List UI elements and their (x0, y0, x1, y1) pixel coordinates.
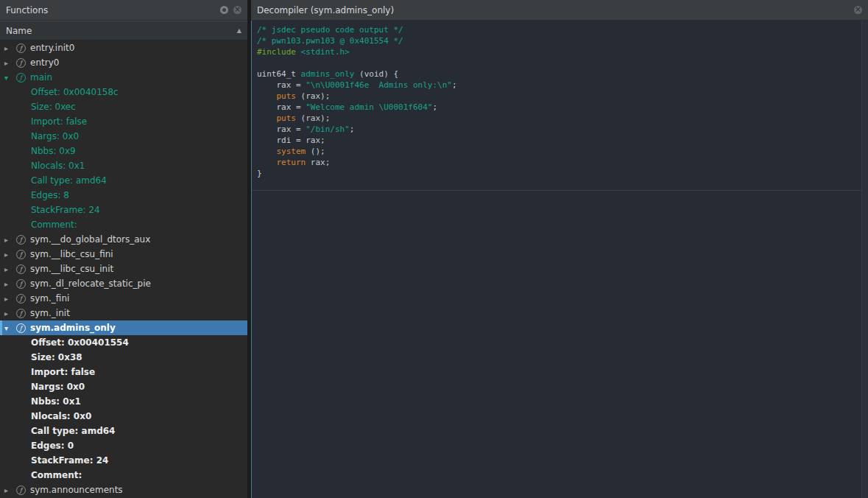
expand-arrow-right-icon[interactable]: ▸ (4, 236, 16, 244)
code-token-string: "\n\U0001f46e Admins only:\n" (306, 80, 452, 90)
expand-arrow-right-icon[interactable]: ▸ (4, 295, 16, 303)
close-panel-icon[interactable] (854, 6, 862, 14)
function-row[interactable]: ▸ƒsym._fini (0, 291, 247, 306)
function-detail-row[interactable]: Nlocals: 0x1 (0, 158, 247, 173)
function-detail-row[interactable]: StackFrame: 24 (0, 203, 247, 217)
function-row[interactable]: ▸ƒentry.init0 (0, 41, 247, 55)
function-detail-row[interactable]: Nlocals: 0x0 (0, 409, 247, 424)
function-label: sym._fini (30, 293, 69, 304)
function-icon: ƒ (16, 309, 26, 318)
function-detail-row[interactable]: Call type: amd64 (0, 424, 247, 438)
function-label: sym.__do_global_dtors_aux (30, 234, 150, 245)
code-token-plain: ; (432, 102, 437, 112)
expand-arrow-down-icon[interactable]: ▾ (4, 74, 16, 82)
name-column-label: Name (6, 26, 32, 36)
code-token-plain: (rax); (296, 113, 330, 123)
name-column-header[interactable]: Name ▲ (0, 21, 247, 41)
code-line: return rax; (257, 157, 868, 168)
function-label: entry.init0 (30, 43, 74, 53)
function-detail-row[interactable]: Edges: 8 (0, 188, 247, 203)
code-token-plain: uint64_t (257, 69, 301, 79)
function-detail-row[interactable]: Comment: (0, 217, 247, 232)
code-token-plain: ; (452, 80, 457, 90)
function-row[interactable]: ▸ƒentry0 (0, 55, 247, 70)
function-detail-label: Offset: 0x0040158c (31, 87, 119, 97)
code-token-call: system (277, 147, 306, 156)
function-label: sym.__libc_csu_fini (30, 249, 113, 259)
function-detail-label: Nargs: 0x0 (31, 382, 85, 392)
function-icon: ƒ (16, 323, 26, 333)
expand-arrow-right-icon[interactable]: ▸ (4, 44, 16, 52)
sort-ascending-icon[interactable]: ▲ (237, 27, 241, 34)
decompiler-panel-title: Decompiler (sym.admins_only) (257, 5, 394, 15)
function-detail-label: StackFrame: 24 (31, 205, 100, 215)
code-line: uint64_t admins_only (void) { (257, 69, 868, 80)
code-token-plain: } (257, 169, 262, 178)
code-token-string: <stdint.h> (301, 47, 350, 57)
function-row[interactable]: ▸ƒsym.__libc_csu_init (0, 262, 247, 276)
code-token-plain: (); (306, 147, 325, 156)
expand-arrow-down-icon[interactable]: ▾ (4, 324, 16, 332)
function-row[interactable]: ▸ƒsym._dl_relocate_static_pie (0, 276, 247, 291)
function-detail-row[interactable]: Comment: (0, 468, 247, 483)
code-token-string: "Welcome admin \U0001f604" (306, 102, 432, 112)
close-panel-icon[interactable] (233, 6, 241, 14)
function-detail-row[interactable]: Size: 0x38 (0, 350, 247, 365)
function-detail-row[interactable]: Import: false (0, 114, 247, 129)
expand-arrow-right-icon[interactable]: ▸ (4, 486, 16, 494)
function-detail-row[interactable]: Call type: amd64 (0, 173, 247, 188)
function-detail-label: Call type: amd64 (31, 175, 107, 186)
decompiler-code-view[interactable]: /* jsdec pseudo code output *//* pwn103.… (251, 21, 868, 498)
code-token-plain (257, 147, 277, 156)
expand-arrow-right-icon[interactable]: ▸ (4, 280, 16, 288)
expand-arrow-right-icon[interactable]: ▸ (4, 309, 16, 318)
function-row[interactable]: ▸ƒsym._init (0, 306, 247, 320)
function-detail-row[interactable]: Nargs: 0x0 (0, 379, 247, 394)
function-detail-row[interactable]: Edges: 0 (0, 438, 247, 453)
function-row[interactable]: ▾ƒmain (0, 70, 247, 85)
code-token-fname: admins_only (301, 69, 355, 79)
function-row[interactable]: ▸ƒsym.announcements (0, 483, 247, 497)
function-icon: ƒ (16, 264, 26, 274)
function-icon: ƒ (16, 58, 26, 68)
code-token-plain: rax; (306, 158, 330, 167)
code-line: rdi = rax; (257, 135, 868, 146)
functions-panel-title: Functions (6, 5, 48, 15)
code-token-plain: (void) { (354, 69, 398, 79)
code-line: rax = "\n\U0001f46e Admins only:\n"; (257, 80, 868, 91)
decompiler-panel: Decompiler (sym.admins_only) /* jsdec ps… (251, 0, 868, 498)
function-detail-label: Offset: 0x00401554 (31, 337, 129, 348)
function-row[interactable]: ▾ƒsym.admins_only (0, 320, 247, 335)
function-detail-label: Size: 0x38 (31, 352, 82, 362)
function-label: entry0 (30, 57, 59, 68)
function-detail-row[interactable]: Import: false (0, 365, 247, 379)
code-token-plain: rdi = rax; (257, 136, 325, 145)
code-scrollbar[interactable] (861, 21, 868, 498)
function-detail-label: Nbbs: 0x1 (31, 396, 81, 407)
function-icon: ƒ (16, 43, 26, 53)
function-detail-row[interactable]: Nargs: 0x0 (0, 129, 247, 144)
code-token-plain (257, 91, 277, 101)
function-detail-label: Nlocals: 0x0 (31, 411, 91, 421)
float-panel-icon[interactable] (220, 6, 228, 14)
function-row[interactable]: ▸ƒsym.__libc_csu_fini (0, 247, 247, 262)
code-token-comment: /* jsdec pseudo code output */ (257, 25, 403, 35)
code-token-plain: rax = (257, 80, 306, 90)
function-icon: ƒ (16, 235, 26, 245)
code-token-plain (257, 113, 277, 123)
code-token-call: puts (277, 113, 297, 123)
function-label: sym.admins_only (30, 323, 116, 333)
function-detail-row[interactable]: Nbbs: 0x9 (0, 144, 247, 158)
function-row[interactable]: ▸ƒsym.__do_global_dtors_aux (0, 232, 247, 247)
expand-arrow-right-icon[interactable]: ▸ (4, 265, 16, 273)
expand-arrow-right-icon[interactable]: ▸ (4, 250, 16, 259)
code-line: } (257, 168, 868, 179)
function-detail-row[interactable]: Nbbs: 0x1 (0, 394, 247, 409)
function-detail-row[interactable]: StackFrame: 24 (0, 453, 247, 468)
function-detail-row[interactable]: Offset: 0x0040158c (0, 85, 247, 99)
function-detail-label: Import: false (31, 116, 87, 127)
function-detail-row[interactable]: Offset: 0x00401554 (0, 335, 247, 350)
function-detail-label: Size: 0xec (31, 102, 76, 112)
function-detail-row[interactable]: Size: 0xec (0, 99, 247, 114)
expand-arrow-right-icon[interactable]: ▸ (4, 59, 16, 67)
